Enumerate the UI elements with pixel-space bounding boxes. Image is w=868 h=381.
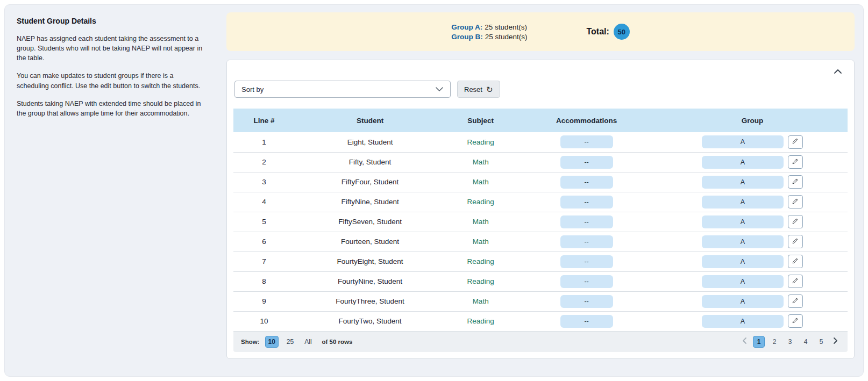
- page-title: Student Group Details: [17, 17, 206, 25]
- group-cell: A: [657, 192, 848, 212]
- pencil-icon: [792, 317, 799, 326]
- accommodations-pill: --: [560, 156, 613, 169]
- show-option-10[interactable]: 10: [265, 336, 279, 348]
- table-header: Line # Student Subject Accommodations Gr…: [233, 109, 848, 132]
- group-summary-banner: Group A:25 student(s) Group B:25 student…: [226, 12, 855, 51]
- accommodations-cell: --: [516, 251, 657, 271]
- student-name-cell: FourtyEight, Student: [295, 251, 445, 271]
- table-row: 9 FourtyThree, Student Math -- A: [233, 291, 848, 311]
- show-options: 1025All: [265, 336, 315, 348]
- student-table-card: Sort by Reset ↻ Line # Student Subject: [226, 60, 855, 359]
- sort-by-select[interactable]: Sort by: [234, 81, 451, 98]
- table-controls: Sort by Reset ↻: [234, 81, 846, 98]
- total-label: Total:: [586, 27, 609, 37]
- edit-group-button[interactable]: [788, 275, 803, 288]
- page-button-3[interactable]: 3: [784, 336, 796, 348]
- header-subject: Subject: [445, 109, 516, 132]
- table-row: 3 FiftyFour, Student Math -- A: [233, 172, 848, 192]
- chevron-right-icon: [833, 337, 838, 346]
- accommodations-cell: --: [516, 291, 657, 311]
- student-name-cell: FourtyTwo, Student: [295, 311, 445, 331]
- table-row: 5 FiftySeven, Student Math -- A: [233, 212, 848, 232]
- accommodations-pill: --: [560, 176, 613, 189]
- pencil-icon: [792, 178, 799, 186]
- group-pill: A: [702, 156, 784, 169]
- table-row: 4 FiftyNine, Student Reading -- A: [233, 192, 848, 212]
- group-pill: A: [702, 275, 784, 288]
- subject-cell: Reading: [445, 271, 516, 291]
- student-group-details-page: Student Group Details NAEP has assigned …: [4, 4, 864, 377]
- accommodations-pill: --: [560, 275, 613, 288]
- edit-group-button[interactable]: [788, 195, 803, 209]
- table-row: 6 Fourteen, Student Math -- A: [233, 232, 848, 251]
- table-row: 1 Eight, Student Reading -- A: [233, 132, 848, 152]
- show-label: Show:: [241, 339, 260, 345]
- sidebar-paragraph: NAEP has assigned each student taking th…: [17, 34, 206, 63]
- group-cell: A: [657, 232, 848, 251]
- line-number-cell: 2: [233, 152, 295, 172]
- collapse-panel-button[interactable]: [831, 66, 844, 78]
- rows-count-label: of 50 rows: [322, 339, 353, 345]
- subject-cell: Reading: [445, 251, 516, 271]
- group-pill: A: [702, 315, 784, 328]
- group-a-value: 25 student(s): [485, 23, 527, 31]
- page-button-1[interactable]: 1: [753, 336, 765, 348]
- edit-group-button[interactable]: [788, 175, 803, 189]
- subject-cell: Math: [445, 152, 516, 172]
- group-b-label: Group B:: [451, 33, 483, 41]
- group-b-value: 25 student(s): [485, 33, 528, 41]
- edit-group-button[interactable]: [788, 135, 803, 149]
- pencil-icon: [792, 297, 799, 306]
- header-accommodations: Accommodations: [516, 109, 657, 132]
- sidebar-paragraph: You can make updates to student groups i…: [17, 71, 206, 90]
- student-name-cell: FourtyThree, Student: [295, 291, 445, 311]
- table-body: 1 Eight, Student Reading -- A 2 Fifty, S…: [233, 132, 848, 331]
- reset-button[interactable]: Reset ↻: [457, 81, 500, 98]
- next-page-button[interactable]: [831, 336, 840, 347]
- line-number-cell: 7: [233, 251, 295, 271]
- table-row: 2 Fifty, Student Math -- A: [233, 152, 848, 172]
- edit-group-button[interactable]: [788, 155, 803, 169]
- group-cell: A: [657, 251, 848, 271]
- subject-cell: Math: [445, 212, 516, 232]
- page-button-2[interactable]: 2: [769, 336, 780, 348]
- edit-group-button[interactable]: [788, 215, 803, 228]
- edit-group-button[interactable]: [788, 255, 803, 268]
- accommodations-pill: --: [560, 135, 613, 148]
- show-option-25[interactable]: 25: [284, 336, 296, 348]
- table-footer: Show: 1025All of 50 rows 12345: [233, 332, 848, 352]
- previous-page-button[interactable]: [740, 336, 749, 347]
- edit-group-button[interactable]: [788, 314, 803, 328]
- page-buttons: 12345: [753, 336, 827, 348]
- group-a-label: Group A:: [451, 23, 482, 31]
- reset-button-label: Reset: [464, 85, 482, 94]
- subject-cell: Reading: [445, 132, 516, 152]
- accommodations-cell: --: [516, 152, 657, 172]
- student-name-cell: Fifty, Student: [295, 152, 445, 172]
- group-b-count: Group B:25 student(s): [451, 33, 527, 41]
- group-cell: A: [657, 132, 848, 152]
- chevron-left-icon: [742, 337, 747, 346]
- page-button-4[interactable]: 4: [800, 336, 812, 348]
- accommodations-cell: --: [516, 212, 657, 232]
- accommodations-cell: --: [516, 172, 657, 192]
- pencil-icon: [792, 277, 799, 286]
- chevron-down-icon: [435, 85, 444, 94]
- accommodations-pill: --: [560, 215, 613, 228]
- show-option-all[interactable]: All: [302, 336, 314, 348]
- total-badge: 50: [614, 24, 630, 40]
- group-pill: A: [702, 196, 784, 209]
- subject-cell: Reading: [445, 192, 516, 212]
- group-pill: A: [702, 255, 784, 268]
- group-cell: A: [657, 152, 848, 172]
- accommodations-cell: --: [516, 132, 657, 152]
- accommodations-pill: --: [560, 255, 613, 268]
- reset-icon: ↻: [486, 85, 493, 94]
- page-button-5[interactable]: 5: [815, 336, 827, 348]
- edit-group-button[interactable]: [788, 294, 803, 308]
- group-pill: A: [702, 176, 784, 189]
- edit-group-button[interactable]: [788, 235, 803, 248]
- accommodations-cell: --: [516, 192, 657, 212]
- group-counts: Group A:25 student(s) Group B:25 student…: [451, 23, 527, 41]
- sidebar: Student Group Details NAEP has assigned …: [5, 5, 220, 376]
